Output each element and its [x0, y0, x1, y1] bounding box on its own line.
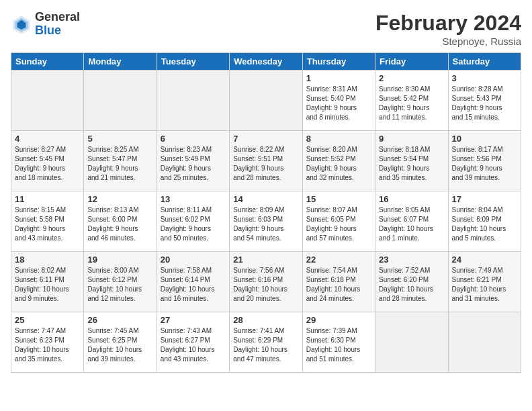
day-info: Sunrise: 8:13 AM Sunset: 6:00 PM Dayligh…	[87, 205, 152, 243]
day-number: 26	[87, 315, 152, 325]
page-header: General Blue February 2024 Stepnoye, Rus…	[11, 11, 521, 47]
day-info: Sunrise: 8:27 AM Sunset: 5:45 PM Dayligh…	[15, 145, 80, 183]
calendar-cell: 19Sunrise: 8:00 AM Sunset: 6:12 PM Dayli…	[84, 252, 157, 312]
weekday-header-monday: Monday	[84, 53, 157, 71]
calendar-cell: 27Sunrise: 7:43 AM Sunset: 6:27 PM Dayli…	[157, 312, 229, 373]
logo-blue: Blue	[35, 24, 61, 37]
weekday-header-friday: Friday	[375, 53, 448, 71]
calendar-cell	[84, 71, 157, 131]
calendar-cell: 4Sunrise: 8:27 AM Sunset: 5:45 PM Daylig…	[11, 131, 84, 191]
calendar-cell	[230, 71, 302, 131]
day-number: 20	[161, 255, 226, 265]
calendar-body: 1Sunrise: 8:31 AM Sunset: 5:40 PM Daylig…	[11, 71, 521, 373]
day-number: 8	[306, 134, 371, 144]
day-number: 1	[306, 73, 371, 83]
day-info: Sunrise: 8:22 AM Sunset: 5:51 PM Dayligh…	[233, 145, 298, 183]
calendar-subtitle: Stepnoye, Russia	[375, 36, 521, 47]
day-number: 5	[87, 134, 152, 144]
day-info: Sunrise: 7:43 AM Sunset: 6:27 PM Dayligh…	[161, 326, 226, 364]
day-number: 21	[233, 255, 298, 265]
day-number: 17	[452, 194, 517, 204]
calendar-cell	[157, 71, 229, 131]
day-number: 7	[233, 134, 298, 144]
calendar-cell: 3Sunrise: 8:28 AM Sunset: 5:43 PM Daylig…	[448, 71, 521, 131]
week-row-1: 1Sunrise: 8:31 AM Sunset: 5:40 PM Daylig…	[11, 71, 521, 131]
day-info: Sunrise: 7:39 AM Sunset: 6:30 PM Dayligh…	[306, 326, 371, 364]
calendar-cell: 14Sunrise: 8:09 AM Sunset: 6:03 PM Dayli…	[230, 191, 302, 252]
calendar-cell: 16Sunrise: 8:05 AM Sunset: 6:07 PM Dayli…	[375, 191, 448, 252]
weekday-header-sunday: Sunday	[11, 53, 84, 71]
calendar-cell	[375, 312, 448, 373]
day-info: Sunrise: 8:05 AM Sunset: 6:07 PM Dayligh…	[379, 205, 444, 243]
calendar-cell: 18Sunrise: 8:02 AM Sunset: 6:11 PM Dayli…	[11, 252, 84, 312]
calendar-cell: 26Sunrise: 7:45 AM Sunset: 6:25 PM Dayli…	[84, 312, 157, 373]
calendar-cell: 15Sunrise: 8:07 AM Sunset: 6:05 PM Dayli…	[302, 191, 375, 252]
day-info: Sunrise: 8:07 AM Sunset: 6:05 PM Dayligh…	[306, 205, 371, 243]
day-info: Sunrise: 8:28 AM Sunset: 5:43 PM Dayligh…	[452, 85, 517, 122]
weekday-header-tuesday: Tuesday	[157, 53, 229, 71]
title-block: February 2024 Stepnoye, Russia	[375, 11, 521, 47]
day-number: 11	[15, 194, 80, 204]
day-info: Sunrise: 7:56 AM Sunset: 6:16 PM Dayligh…	[233, 266, 298, 304]
day-info: Sunrise: 8:11 AM Sunset: 6:02 PM Dayligh…	[161, 205, 226, 243]
calendar-cell: 20Sunrise: 7:58 AM Sunset: 6:14 PM Dayli…	[157, 252, 229, 312]
day-number: 24	[452, 255, 517, 265]
day-info: Sunrise: 7:52 AM Sunset: 6:20 PM Dayligh…	[379, 266, 444, 304]
calendar-table: SundayMondayTuesdayWednesdayThursdayFrid…	[11, 52, 521, 373]
calendar-cell: 11Sunrise: 8:15 AM Sunset: 5:58 PM Dayli…	[11, 191, 84, 252]
calendar-cell: 12Sunrise: 8:13 AM Sunset: 6:00 PM Dayli…	[84, 191, 157, 252]
logo-text: General Blue	[35, 11, 80, 38]
calendar-cell	[11, 71, 84, 131]
calendar-cell: 10Sunrise: 8:17 AM Sunset: 5:56 PM Dayli…	[448, 131, 521, 191]
day-number: 19	[87, 255, 152, 265]
day-number: 14	[233, 194, 298, 204]
calendar-cell: 1Sunrise: 8:31 AM Sunset: 5:40 PM Daylig…	[302, 71, 375, 131]
day-info: Sunrise: 8:23 AM Sunset: 5:49 PM Dayligh…	[161, 145, 226, 183]
day-number: 10	[452, 134, 517, 144]
day-number: 3	[452, 73, 517, 83]
day-info: Sunrise: 7:54 AM Sunset: 6:18 PM Dayligh…	[306, 266, 371, 304]
day-info: Sunrise: 8:00 AM Sunset: 6:12 PM Dayligh…	[87, 266, 152, 304]
logo-general: General	[35, 10, 80, 24]
calendar-cell: 5Sunrise: 8:25 AM Sunset: 5:47 PM Daylig…	[84, 131, 157, 191]
day-number: 27	[161, 315, 226, 325]
calendar-cell: 21Sunrise: 7:56 AM Sunset: 6:16 PM Dayli…	[230, 252, 302, 312]
calendar-header: SundayMondayTuesdayWednesdayThursdayFrid…	[11, 53, 521, 71]
day-number: 4	[15, 134, 80, 144]
day-info: Sunrise: 7:41 AM Sunset: 6:29 PM Dayligh…	[233, 326, 298, 364]
calendar-cell: 6Sunrise: 8:23 AM Sunset: 5:49 PM Daylig…	[157, 131, 229, 191]
calendar-cell: 9Sunrise: 8:18 AM Sunset: 5:54 PM Daylig…	[375, 131, 448, 191]
day-info: Sunrise: 7:49 AM Sunset: 6:21 PM Dayligh…	[452, 266, 517, 304]
day-number: 9	[379, 134, 444, 144]
calendar-cell: 13Sunrise: 8:11 AM Sunset: 6:02 PM Dayli…	[157, 191, 229, 252]
day-info: Sunrise: 8:31 AM Sunset: 5:40 PM Dayligh…	[306, 85, 371, 122]
day-number: 18	[15, 255, 80, 265]
day-number: 6	[161, 134, 226, 144]
week-row-5: 25Sunrise: 7:47 AM Sunset: 6:23 PM Dayli…	[11, 312, 521, 373]
day-number: 13	[161, 194, 226, 204]
day-number: 15	[306, 194, 371, 204]
weekday-header-thursday: Thursday	[302, 53, 375, 71]
day-number: 25	[15, 315, 80, 325]
calendar-cell: 29Sunrise: 7:39 AM Sunset: 6:30 PM Dayli…	[302, 312, 375, 373]
day-info: Sunrise: 8:09 AM Sunset: 6:03 PM Dayligh…	[233, 205, 298, 243]
weekday-header-saturday: Saturday	[448, 53, 521, 71]
day-number: 2	[379, 73, 444, 83]
day-number: 22	[306, 255, 371, 265]
logo: General Blue	[11, 11, 80, 38]
calendar-cell: 8Sunrise: 8:20 AM Sunset: 5:52 PM Daylig…	[302, 131, 375, 191]
weekday-header-wednesday: Wednesday	[230, 53, 302, 71]
day-info: Sunrise: 8:04 AM Sunset: 6:09 PM Dayligh…	[452, 205, 517, 243]
calendar-cell: 23Sunrise: 7:52 AM Sunset: 6:20 PM Dayli…	[375, 252, 448, 312]
day-number: 23	[379, 255, 444, 265]
day-info: Sunrise: 8:25 AM Sunset: 5:47 PM Dayligh…	[87, 145, 152, 183]
day-info: Sunrise: 7:58 AM Sunset: 6:14 PM Dayligh…	[161, 266, 226, 304]
day-number: 29	[306, 315, 371, 325]
weekday-header-row: SundayMondayTuesdayWednesdayThursdayFrid…	[11, 53, 521, 71]
week-row-2: 4Sunrise: 8:27 AM Sunset: 5:45 PM Daylig…	[11, 131, 521, 191]
calendar-cell: 24Sunrise: 7:49 AM Sunset: 6:21 PM Dayli…	[448, 252, 521, 312]
day-info: Sunrise: 7:47 AM Sunset: 6:23 PM Dayligh…	[15, 326, 80, 364]
calendar-title: February 2024	[375, 11, 521, 36]
calendar-cell: 2Sunrise: 8:30 AM Sunset: 5:42 PM Daylig…	[375, 71, 448, 131]
day-info: Sunrise: 8:02 AM Sunset: 6:11 PM Dayligh…	[15, 266, 80, 304]
